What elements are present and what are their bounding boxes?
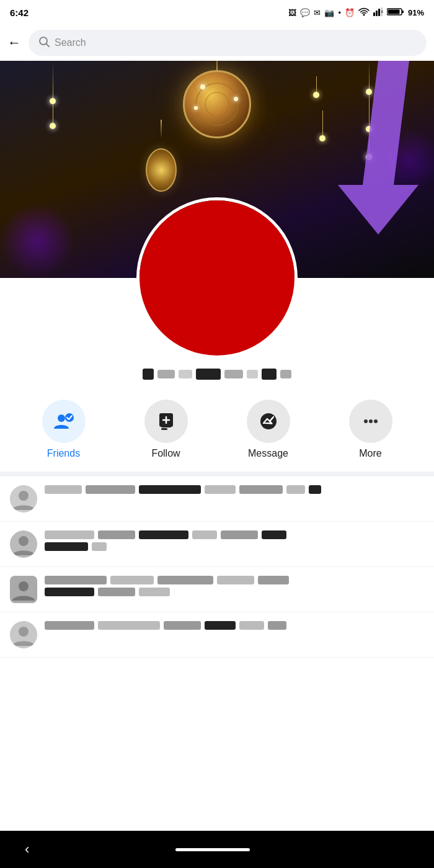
svg-point-21	[374, 419, 378, 423]
message-button[interactable]: Message	[241, 400, 296, 459]
follow-label: Follow	[151, 448, 180, 459]
svg-rect-1	[376, 11, 378, 16]
feed-item-3	[0, 567, 434, 612]
name-block-7	[262, 369, 277, 380]
feed-avatar-2	[10, 530, 37, 558]
feed-line-4	[45, 621, 424, 630]
sms-icon: 💬	[300, 8, 310, 17]
svg-rect-0	[373, 12, 375, 16]
feed-item-2	[0, 522, 434, 567]
svg-point-20	[369, 419, 373, 423]
feed-content-3	[45, 576, 424, 599]
svg-text:R: R	[381, 10, 383, 14]
status-icons: 🖼 💬 ✉ 📷 • ⏰ R	[288, 7, 424, 18]
follow-icon-circle	[144, 400, 188, 443]
notification-dot: •	[338, 8, 341, 17]
hanging-lights-left	[50, 61, 56, 129]
hanging-lights-right	[366, 61, 372, 160]
signal-icon: R	[373, 7, 383, 18]
search-icon	[38, 36, 50, 50]
bottom-nav: ‹	[0, 831, 434, 868]
svg-rect-16	[161, 426, 171, 427]
search-bar-row: ← Search	[0, 25, 434, 61]
svg-rect-17	[161, 428, 167, 430]
profile-picture	[136, 197, 298, 359]
feed-item-4	[0, 612, 434, 658]
feed-avatar-3	[10, 576, 37, 603]
feed-avatar-4	[10, 621, 37, 648]
follow-button[interactable]: Follow	[138, 400, 194, 459]
action-buttons-row: Friends Follow Message	[0, 390, 434, 472]
wifi-icon	[358, 7, 370, 18]
feed-line-2a	[45, 530, 424, 539]
feed-content-2	[45, 530, 424, 554]
message-icon	[258, 411, 279, 432]
name-block-8	[280, 370, 291, 378]
svg-rect-6	[388, 9, 399, 14]
instagram-icon: 📷	[324, 8, 334, 17]
name-block-2	[157, 370, 175, 378]
feed-content-1	[45, 485, 424, 497]
name-block-6	[247, 370, 258, 378]
feed-content-4	[45, 621, 424, 633]
message-icon-circle	[247, 400, 290, 443]
more-dots-icon	[361, 412, 380, 431]
svg-rect-7	[402, 11, 404, 13]
more-icon-circle	[349, 400, 392, 443]
svg-point-19	[364, 419, 368, 423]
name-block-1	[143, 369, 154, 380]
feed-item	[0, 477, 434, 522]
purple-blob-right	[384, 123, 434, 197]
feed-line-1	[45, 485, 424, 494]
more-label: More	[359, 448, 381, 459]
home-indicator[interactable]	[175, 848, 250, 851]
mail-icon: ✉	[314, 8, 321, 17]
svg-point-23	[19, 491, 29, 501]
name-block-4	[196, 369, 221, 380]
svg-point-29	[19, 627, 29, 637]
feed-line-3a	[45, 576, 424, 584]
follow-icon	[156, 411, 177, 432]
more-button[interactable]: More	[343, 400, 399, 459]
svg-point-27	[19, 581, 29, 591]
light-ornament	[183, 70, 251, 138]
feed-avatar-1	[10, 485, 37, 512]
feed-section	[0, 472, 434, 658]
friends-icon	[53, 410, 75, 432]
feed-line-3b	[45, 588, 424, 596]
image-icon: 🖼	[288, 8, 296, 17]
alarm-icon: ⏰	[345, 8, 355, 17]
profile-info	[0, 359, 434, 390]
back-button[interactable]: ←	[7, 35, 21, 51]
status-bar: 6:42 🖼 💬 ✉ 📷 • ⏰	[0, 0, 434, 25]
search-input-wrap[interactable]: Search	[29, 30, 427, 56]
friends-icon-circle	[42, 400, 86, 443]
name-redacted	[12, 369, 422, 380]
svg-point-18	[260, 413, 277, 429]
feed-line-2b	[45, 542, 424, 551]
svg-rect-2	[378, 9, 380, 16]
svg-point-8	[40, 37, 47, 45]
profile-picture-area	[0, 197, 434, 359]
search-placeholder: Search	[55, 37, 86, 48]
svg-point-25	[19, 536, 29, 546]
svg-line-9	[46, 44, 49, 47]
status-time: 6:42	[10, 7, 29, 18]
friends-label: Friends	[47, 448, 80, 459]
name-block-3	[179, 370, 192, 378]
message-label: Message	[248, 448, 288, 459]
svg-point-11	[58, 414, 65, 422]
name-block-5	[224, 370, 243, 378]
battery-percent: 91%	[408, 8, 424, 17]
nav-back-button[interactable]: ‹	[25, 841, 29, 857]
friends-button[interactable]: Friends	[36, 400, 92, 459]
battery-icon	[387, 7, 404, 18]
